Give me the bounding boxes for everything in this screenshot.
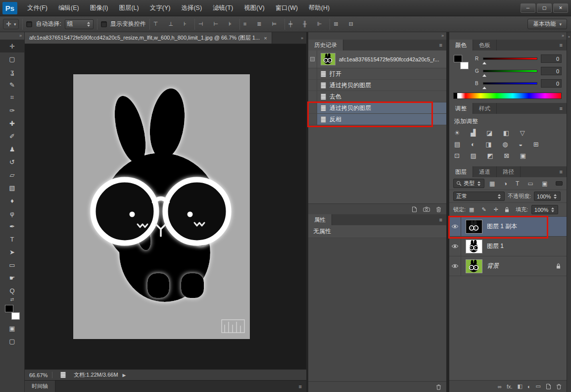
lock-option-icons[interactable]: ▦ ✎ ✛ bbox=[469, 206, 501, 213]
layer-effects-icon[interactable]: fx. bbox=[507, 384, 513, 390]
type-tool[interactable]: T bbox=[0, 233, 24, 245]
minimize-button[interactable]: ─ bbox=[521, 3, 535, 13]
background-color-swatch[interactable] bbox=[11, 312, 20, 320]
tab-channels[interactable]: 通道 bbox=[473, 166, 497, 177]
slider-thumb[interactable] bbox=[482, 72, 486, 77]
history-step-invert[interactable]: 反相 bbox=[308, 114, 446, 125]
status-doc-icon[interactable] bbox=[60, 372, 66, 378]
history-step-checkbox[interactable] bbox=[308, 80, 317, 91]
swap-colors-icon[interactable]: ⇄ bbox=[10, 297, 14, 302]
hand-tool[interactable]: ☛ bbox=[0, 271, 24, 284]
collapse-dock-icon[interactable]: » bbox=[298, 36, 306, 41]
panel-menu-icon[interactable]: ≡ bbox=[435, 40, 446, 50]
delete-trash-icon[interactable] bbox=[436, 384, 441, 390]
document-canvas[interactable] bbox=[73, 74, 250, 339]
collapse-dock-icon[interactable]: » bbox=[308, 32, 446, 40]
collapse-dock-icon[interactable]: » bbox=[449, 32, 567, 40]
green-value-field[interactable]: 0 bbox=[541, 67, 562, 75]
gradient-tool[interactable]: ▧ bbox=[0, 181, 24, 194]
foreground-color-swatch[interactable] bbox=[454, 55, 462, 62]
lasso-tool[interactable]: ʓ bbox=[0, 65, 24, 78]
path-selection-tool[interactable]: ➤ bbox=[0, 245, 24, 258]
menu-window[interactable]: 窗口(W) bbox=[270, 0, 303, 16]
close-tab-icon[interactable]: × bbox=[264, 35, 267, 41]
close-button[interactable]: ✕ bbox=[553, 3, 568, 13]
slider-thumb[interactable] bbox=[482, 85, 486, 89]
dock-edge-strip[interactable]: » bbox=[567, 32, 571, 392]
canvas-area[interactable] bbox=[25, 44, 306, 369]
auto-align-icons[interactable]: ⊞ ⊟ bbox=[333, 21, 358, 27]
tool-preset-picker[interactable]: ✛ ▾ bbox=[3, 19, 19, 29]
tab-adjustments[interactable]: 调整 bbox=[449, 103, 473, 114]
screen-mode-button[interactable]: ▢ bbox=[0, 335, 24, 347]
menu-help[interactable]: 帮助(H) bbox=[303, 0, 335, 16]
blue-value-field[interactable]: 0 bbox=[541, 79, 562, 88]
blue-slider[interactable] bbox=[483, 82, 537, 85]
align-edges-icons[interactable]: ⊤ ⊥ ⊦ bbox=[153, 21, 191, 27]
layer-thumbnail[interactable] bbox=[466, 220, 482, 234]
distribute-vertical-icons[interactable]: ≡ ≣ ⊨ bbox=[243, 21, 281, 27]
delete-state-trash-icon[interactable] bbox=[436, 206, 441, 212]
opacity-field[interactable]: 100% bbox=[534, 192, 561, 201]
color-spectrum-ramp[interactable] bbox=[453, 93, 562, 99]
eyedropper-tool[interactable]: ✑ bbox=[0, 104, 24, 117]
quick-selection-tool[interactable]: ✎ bbox=[0, 78, 24, 91]
dodge-tool[interactable]: φ bbox=[0, 207, 24, 220]
tab-properties[interactable]: 属性 bbox=[308, 214, 332, 225]
visibility-cell[interactable] bbox=[449, 237, 461, 256]
tab-history[interactable]: 历史记录 bbox=[308, 40, 343, 50]
move-tool[interactable]: ✛ bbox=[0, 40, 24, 52]
layer-name[interactable]: 图层 1 bbox=[487, 242, 504, 250]
menu-image[interactable]: 图像(I) bbox=[85, 0, 114, 16]
background-color-swatch[interactable] bbox=[460, 62, 469, 69]
brush-tool[interactable]: ✐ bbox=[0, 130, 24, 143]
tab-layers[interactable]: 图层 bbox=[449, 166, 473, 177]
menu-file[interactable]: 文件(F) bbox=[22, 0, 53, 16]
layer-filter-type-icons[interactable]: ▦ ◑ T ▭ ▣ bbox=[487, 180, 553, 187]
history-step-layer-via-copy-2[interactable]: 通过拷贝的图层 bbox=[308, 102, 446, 114]
new-group-icon[interactable]: ▭ bbox=[536, 383, 541, 390]
delete-layer-trash-icon[interactable] bbox=[556, 384, 562, 390]
visibility-cell[interactable] bbox=[449, 256, 461, 276]
layer-thumbnail[interactable] bbox=[466, 259, 482, 273]
foreground-color-swatch[interactable] bbox=[5, 305, 13, 312]
red-value-field[interactable]: 0 bbox=[541, 54, 562, 63]
green-slider[interactable] bbox=[483, 70, 537, 72]
pen-tool[interactable]: ✒ bbox=[0, 220, 24, 233]
adjustment-icons-row-1[interactable]: ☀ ▟ ◪ ◧ ▽ bbox=[454, 129, 562, 137]
collapse-tools-icon[interactable]: » bbox=[0, 32, 24, 40]
tab-swatches[interactable]: 色板 bbox=[473, 40, 497, 50]
new-document-from-state-icon[interactable] bbox=[412, 206, 417, 212]
layer-row-background[interactable]: 背景 bbox=[449, 256, 567, 276]
menu-edit[interactable]: 编辑(E) bbox=[53, 0, 85, 16]
adjustment-icons-row-2[interactable]: ▤ ◐ ◨ ◍ ◒ ⊞ bbox=[454, 141, 562, 148]
spot-healing-brush-tool[interactable]: ✚ bbox=[0, 117, 24, 130]
timeline-menu-icon[interactable]: ≡ bbox=[294, 384, 306, 390]
adjustment-icons-row-3[interactable]: ⊡ ▨ ◩ ⊠ ▣ bbox=[454, 152, 562, 159]
tab-timeline[interactable]: 时间轴 bbox=[25, 381, 55, 392]
quick-mask-button[interactable]: ▣ bbox=[0, 322, 24, 335]
layer-name[interactable]: 图层 1 副本 bbox=[487, 222, 517, 231]
document-tab[interactable]: afc1ea8376515472fe590fccd42a20c5_resize,… bbox=[25, 32, 272, 44]
status-popup-arrow-icon[interactable]: ▶ bbox=[123, 373, 126, 378]
maximize-button[interactable]: ▢ bbox=[537, 3, 552, 13]
layer-row-layer1[interactable]: 图层 1 bbox=[449, 237, 567, 256]
history-source-cell[interactable] bbox=[308, 50, 317, 68]
history-snapshot-row[interactable]: afc1ea8376515472fe590fccd42a20c5_r... bbox=[308, 50, 446, 68]
zoom-level[interactable]: 66.67% bbox=[29, 372, 48, 378]
auto-select-checkbox[interactable] bbox=[26, 21, 32, 27]
tab-color[interactable]: 颜色 bbox=[449, 40, 473, 50]
show-transform-checkbox[interactable] bbox=[101, 21, 107, 27]
color-swatches[interactable] bbox=[5, 305, 20, 320]
history-step-checkbox[interactable] bbox=[308, 91, 317, 102]
layer-mask-icon[interactable]: ◧ bbox=[518, 383, 523, 390]
history-step-desaturate[interactable]: 去色 bbox=[308, 91, 446, 102]
visibility-cell[interactable] bbox=[449, 217, 461, 236]
zoom-tool[interactable]: Q bbox=[0, 284, 24, 297]
new-snapshot-camera-icon[interactable] bbox=[423, 206, 430, 212]
blur-tool[interactable]: ♦ bbox=[0, 194, 24, 207]
lock-all-icon[interactable] bbox=[505, 207, 509, 212]
slider-thumb[interactable] bbox=[482, 60, 486, 64]
tab-styles[interactable]: 样式 bbox=[473, 103, 497, 114]
layer-row-layer1-copy[interactable]: 图层 1 副本 bbox=[449, 217, 567, 237]
